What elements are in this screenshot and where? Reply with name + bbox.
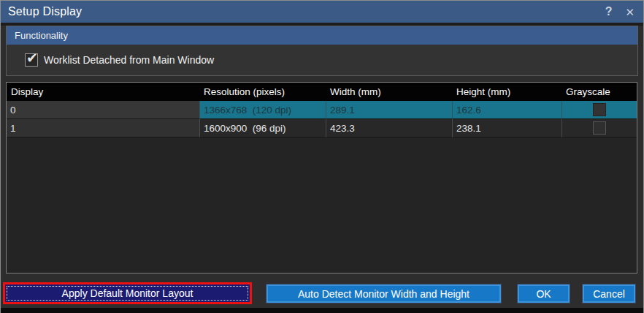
column-header-height: Height (mm) — [452, 83, 561, 101]
table-header-row: Display Resolution (pixels) Width (mm) H… — [7, 83, 637, 101]
highlight-border: Apply Default Monitor Layout — [3, 282, 252, 304]
cell-grayscale — [561, 101, 637, 119]
title-bar[interactable]: Setup Display ? ✕ — [1, 1, 643, 23]
functionality-header: Functionality — [7, 26, 637, 45]
cell-width-mm[interactable]: 423.3 — [326, 119, 452, 137]
cell-display[interactable]: 0 — [7, 101, 199, 119]
functionality-group: Functionality ✔ Worklist Detached from M… — [6, 26, 638, 76]
dialog-bottom-edge — [1, 308, 643, 313]
table-row-display-1[interactable]: 1 1600x900 (96 dpi) 423.3 238.1 — [7, 119, 637, 137]
cell-height-mm[interactable]: 162.6 — [452, 101, 561, 119]
footer-button-bar: Apply Default Monitor Layout Auto Detect… — [0, 282, 644, 306]
column-header-width: Width (mm) — [326, 83, 452, 101]
cell-display[interactable]: 1 — [7, 119, 199, 137]
apply-default-label: Apply Default Monitor Layout — [62, 287, 193, 299]
window-title: Setup Display — [8, 5, 592, 18]
table-row-display-0[interactable]: 0 1366x768 (120 dpi) 289.1 162.6 — [7, 101, 637, 119]
cell-resolution[interactable]: 1366x768 (120 dpi) — [199, 101, 326, 119]
grayscale-checkbox-1[interactable] — [593, 121, 606, 135]
cell-width-mm[interactable]: 289.1 — [326, 101, 452, 119]
column-header-grayscale: Grayscale — [561, 83, 637, 101]
close-icon[interactable]: ✕ — [625, 7, 635, 18]
checkmark-icon: ✔ — [26, 50, 38, 67]
apply-default-monitor-layout-button[interactable]: Apply Default Monitor Layout — [5, 284, 250, 302]
functionality-body: ✔ Worklist Detached from Main Window — [7, 45, 637, 75]
ok-button[interactable]: OK — [517, 284, 570, 303]
setup-display-dialog: Setup Display ? ✕ Functionality ✔ Workli… — [0, 0, 644, 313]
column-header-resolution: Resolution (pixels) — [199, 83, 326, 101]
auto-detect-button[interactable]: Auto Detect Monitor Width and Height — [266, 284, 502, 303]
column-header-display: Display — [7, 83, 199, 101]
cell-height-mm[interactable]: 238.1 — [452, 119, 561, 137]
worklist-detached-label: Worklist Detached from Main Window — [44, 54, 214, 66]
monitor-table: Display Resolution (pixels) Width (mm) H… — [6, 82, 637, 274]
grayscale-checkbox-0[interactable] — [593, 103, 606, 116]
cancel-button[interactable]: Cancel — [582, 284, 636, 303]
cell-resolution[interactable]: 1600x900 (96 dpi) — [199, 119, 326, 137]
worklist-detached-checkbox[interactable]: ✔ — [25, 53, 38, 67]
cell-grayscale — [561, 119, 637, 137]
help-icon[interactable]: ? — [605, 6, 613, 18]
